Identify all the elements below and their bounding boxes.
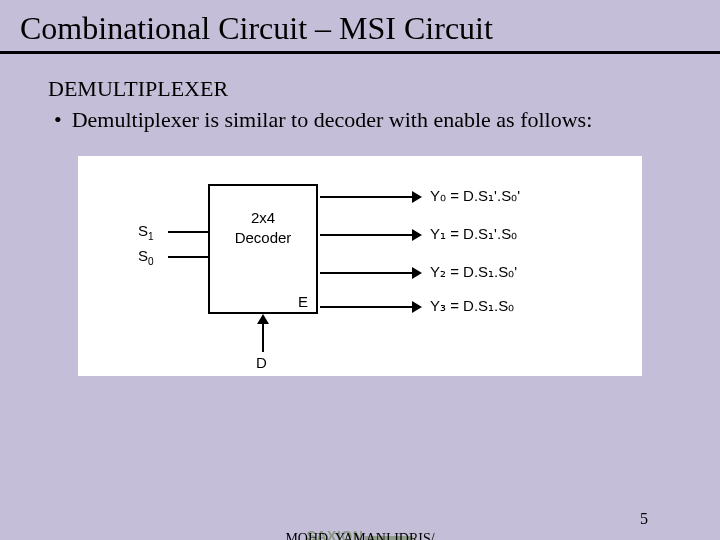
wire-y0 — [320, 196, 415, 198]
arrow-y0-icon — [412, 191, 422, 203]
arrow-y3-icon — [412, 301, 422, 313]
decoder-label: 2x4 Decoder — [210, 208, 316, 247]
input-s1-label: S1 — [138, 222, 154, 242]
wire-y2 — [320, 272, 415, 274]
input-s0-label: S0 — [138, 247, 154, 267]
wire-y1 — [320, 234, 415, 236]
arrow-y1-icon — [412, 229, 422, 241]
wire-s0 — [168, 256, 208, 258]
content-area: DEMULTIPLEXER • Demultiplexer is similar… — [0, 54, 720, 376]
author-block: MOHD. YAMANI IDRIS/ NOORZAILY MOHAMED NO… — [260, 530, 460, 541]
output-y1-label: Y₁ = D.S₁'.S₀ — [430, 225, 517, 243]
output-y0-label: Y₀ = D.S₁'.S₀' — [430, 187, 520, 205]
enable-label: E — [298, 293, 308, 310]
wire-s1 — [168, 231, 208, 233]
wire-y3 — [320, 306, 415, 308]
output-y3-label: Y₃ = D.S₁.S₀ — [430, 297, 514, 315]
author-line1: MOHD. YAMANI IDRIS/ — [285, 531, 434, 541]
arrow-y2-icon — [412, 267, 422, 279]
bullet-item: • Demultiplexer is similar to decoder wi… — [48, 106, 672, 134]
decoder-box: 2x4 Decoder E — [208, 184, 318, 314]
page-number: 5 — [640, 510, 648, 528]
bullet-text: Demultiplexer is similar to decoder with… — [72, 106, 593, 134]
section-heading: DEMULTIPLEXER — [48, 76, 672, 102]
bullet-marker: • — [48, 106, 72, 134]
output-y2-label: Y₂ = D.S₁.S₀' — [430, 263, 517, 281]
footer-center: SAXION MOHD. YAMANI IDRIS/ NOORZAILY MOH… — [260, 528, 460, 540]
input-d-label: D — [256, 354, 267, 371]
demux-diagram: 2x4 Decoder E S1 S0 D Y₀ = D.S₁'.S₀' Y₁ … — [78, 156, 642, 376]
page-title: Combinational Circuit – MSI Circuit — [0, 0, 720, 54]
arrow-d-icon — [257, 314, 269, 324]
